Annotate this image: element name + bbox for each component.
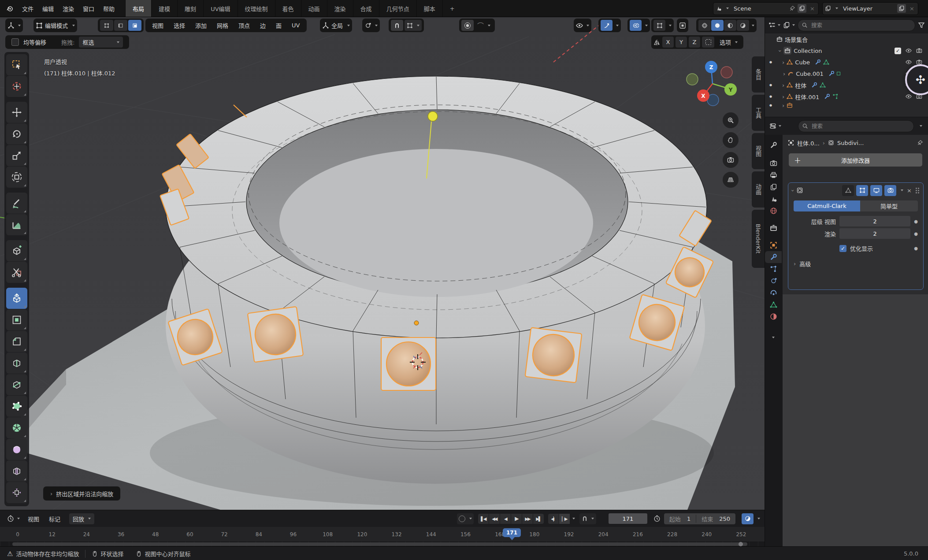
tab-world[interactable] [765,205,782,217]
tab-output[interactable] [765,169,782,181]
proportional-edit-toggle[interactable] [461,20,474,31]
tab-tool[interactable] [765,139,782,151]
correct-face-attributes-toggle[interactable] [702,37,714,48]
timeline-menu-view[interactable]: 视图 [23,515,44,523]
tab-physics[interactable] [765,275,782,287]
timeline-ruler[interactable]: 012 2436 4860 7284 96108 120132 144156 1… [0,527,765,541]
tab-constraints[interactable] [765,287,782,299]
expand-icon[interactable]: › [782,59,784,66]
orthographic-toggle-button[interactable] [723,172,739,188]
playhead[interactable]: 171 [503,528,521,540]
workspace-tab-compositing[interactable]: 合成 [353,0,379,17]
tool-transform[interactable] [6,167,27,188]
tab-particles[interactable] [765,263,782,275]
menu-window[interactable]: 窗口 [78,4,99,13]
breadcrumb-object[interactable]: 柱体.0... [797,139,820,147]
play-reverse-button[interactable]: ◀ [500,514,511,524]
sidebar-tab-tool[interactable]: 工具 [752,95,765,131]
outliner-search[interactable] [798,19,915,31]
eye-icon[interactable] [906,93,912,100]
outliner-row-partial[interactable]: ● › [765,102,928,108]
timeline-scrollbar[interactable] [12,542,747,546]
animate-dot[interactable]: ● [914,219,918,224]
workspace-tab-uv[interactable]: UV编辑 [203,0,237,17]
panel-collapse-icon[interactable]: › [790,189,796,191]
viewlayer-selector[interactable]: ViewLayer × [822,2,918,15]
pan-button[interactable] [723,132,739,148]
current-frame-field[interactable]: 171 [609,513,647,524]
transform-orientation-selector[interactable]: 全局 [320,19,352,32]
lattice-data-icon[interactable] [832,93,839,100]
drag-mode-dropdown[interactable]: 框选 [79,37,123,48]
workspace-tab-scripting[interactable]: 脚本 [416,0,442,17]
axis-neg-y-ball[interactable] [687,74,698,85]
show-on-cage-toggle[interactable] [842,185,854,196]
operator-panel-collapsed[interactable]: ›挤出区域并沿法向缩放 [43,486,120,501]
tool-add-cube[interactable] [6,240,27,261]
solid-shading-button[interactable] [711,20,724,31]
drag-handle-icon[interactable] [915,187,920,193]
show-gizmo-toggle[interactable] [601,20,612,31]
expand-icon[interactable]: › [782,93,784,100]
workspace-tab-shading[interactable]: 着色 [275,0,301,17]
end-frame-field[interactable]: 结束250 [696,515,735,523]
menu-view[interactable]: 视图 [148,21,168,30]
scene-selector[interactable]: Scene × [713,2,819,15]
modifier-icon[interactable] [811,82,817,88]
expand-icon[interactable]: › [782,82,784,89]
editor-type-selector[interactable] [5,19,23,32]
sidebar-tab-view[interactable]: 视图 [752,133,765,169]
material-preview-button[interactable] [724,20,736,31]
menu-select[interactable]: 选择 [169,21,189,30]
object-visibility-dropdown[interactable] [574,19,591,32]
eye-icon[interactable] [906,59,912,65]
workspace-add-button[interactable]: + [442,0,462,17]
filter-icon[interactable] [918,22,925,29]
sidebar-tab-item[interactable]: 条目 [752,56,765,93]
delete-modifier-icon[interactable]: × [906,187,913,194]
viewlayer-name[interactable]: ViewLayer [840,5,895,12]
proportional-falloff-dropdown[interactable]: ⌒ [475,20,493,31]
animate-dot[interactable]: ● [914,246,918,251]
menu-help[interactable]: 帮助 [99,4,119,13]
frame-forward-button[interactable]: ▏▶ [559,514,570,524]
3d-viewport-scene[interactable] [0,17,765,510]
stopwatch-icon[interactable] [653,515,661,522]
zoom-button[interactable] [723,112,739,128]
modifier-icon[interactable] [824,93,830,100]
sidebar-tab-animation[interactable]: 动画 [752,171,765,208]
workspace-tab-geometry-nodes[interactable]: 几何节点 [379,0,416,17]
frame-back-button[interactable]: ◀▏ [548,514,559,524]
menu-edge[interactable]: 边 [256,21,270,30]
outliner-row-cube[interactable]: ● › Cube [765,56,928,68]
tab-scene[interactable] [765,193,782,205]
levels-viewport-field[interactable]: 2 [839,216,910,226]
snap-toggle[interactable] [391,20,403,31]
levels-render-field[interactable]: 2 [839,228,910,239]
show-in-edit-mode-toggle[interactable] [856,185,868,196]
pin-icon[interactable] [917,140,923,146]
pin-icon[interactable] [789,5,795,11]
tab-render[interactable] [765,157,782,169]
timeline-scrollbar-handle[interactable] [739,542,743,546]
tab-material[interactable] [765,311,782,323]
mirror-y-button[interactable]: Y [676,37,687,48]
outliner-row-collection[interactable]: › Collection ✓ [765,45,928,56]
menu-face[interactable]: 面 [271,21,286,30]
tab-data[interactable] [765,299,782,311]
menu-edit[interactable]: 编辑 [38,4,58,13]
tab-modifiers[interactable] [765,251,782,263]
show-overlays-toggle[interactable] [630,20,642,31]
even-offset-checkbox[interactable] [11,38,19,46]
tool-move[interactable] [6,102,27,123]
outliner-row-cylinder001[interactable]: ● › 柱体.001 [765,91,928,102]
sidebar-tab-blenderkit[interactable]: BlenderKit [752,210,765,268]
next-keyframe-button[interactable]: ▶▶ [522,514,533,524]
jump-to-end-button[interactable]: ▶▌ [533,514,544,524]
workspace-tab-animation[interactable]: 动画 [301,0,327,17]
mesh-data-icon[interactable] [823,59,829,65]
mirror-z-button[interactable]: Z [689,37,700,48]
simple-button[interactable]: 简单型 [860,200,918,211]
tab-object[interactable] [765,239,782,251]
playback-menu[interactable]: 回放 [69,513,94,524]
